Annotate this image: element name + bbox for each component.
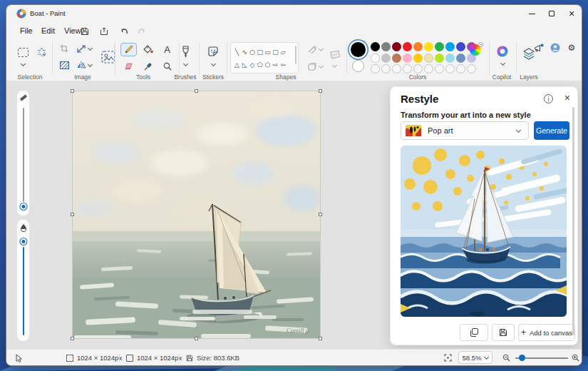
freeform-select-button[interactable] (33, 45, 49, 59)
opacity-slider-track[interactable] (23, 247, 24, 335)
image-creator-options-button[interactable] (331, 63, 338, 69)
palette-color-FFC90E[interactable] (413, 54, 423, 63)
opacity-slider-thumb[interactable] (20, 238, 26, 245)
menu-edit[interactable]: Edit (36, 24, 61, 37)
palette-color-3F48CC[interactable] (456, 42, 465, 51)
palette-color-FFDE17[interactable] (424, 42, 433, 51)
brushes-button[interactable] (176, 44, 195, 59)
text-tool-button[interactable]: A (159, 43, 175, 56)
save-result-button[interactable] (492, 324, 515, 341)
maximize-button[interactable] (542, 5, 562, 22)
resize-handle-nw[interactable] (71, 89, 74, 93)
zoom-slider-thumb[interactable] (519, 355, 525, 361)
zoom-level-dropdown[interactable]: 58.5% (458, 351, 492, 364)
palette-color-FF7F27[interactable] (413, 42, 423, 51)
shape-outline-button[interactable] (306, 44, 324, 55)
shape-arrow-down[interactable]: ⇩ (241, 73, 249, 74)
color-picker-tool-button[interactable] (140, 59, 156, 73)
shape-rounded-rectangle[interactable]: ▢ (272, 48, 279, 57)
shape-hexagon[interactable]: ⬡ (264, 61, 272, 70)
copy-result-button[interactable] (460, 324, 488, 341)
palette-color-FFAEC9[interactable] (403, 54, 412, 63)
shape-square[interactable]: □ (256, 48, 264, 57)
share-button[interactable] (97, 25, 111, 37)
shape-five-point-star[interactable]: ☆ (256, 73, 264, 74)
shape-fill-button[interactable] (306, 61, 324, 72)
shape-line[interactable]: ╲ (233, 48, 241, 57)
shape-curve[interactable]: ∿ (241, 48, 249, 57)
copilot-options-button[interactable] (499, 61, 506, 67)
palette-color-22B14C[interactable] (435, 42, 444, 51)
palette-empty-slot-3[interactable] (392, 64, 401, 73)
pencil-tool-button[interactable] (120, 43, 137, 56)
palette-color-B5E61D[interactable] (435, 54, 444, 63)
save-button[interactable] (78, 25, 92, 37)
restyle-preview-image[interactable] (401, 146, 567, 317)
size-slider-track[interactable] (23, 108, 24, 202)
undo-button[interactable] (117, 25, 131, 37)
magnifier-tool-button[interactable] (159, 59, 175, 73)
palette-color-00A2E8[interactable] (445, 42, 455, 51)
shape-triangle[interactable]: △ (233, 61, 241, 70)
palette-color-EFE4B0[interactable] (424, 54, 433, 63)
palette-empty-slot-9[interactable] (456, 64, 465, 73)
palette-empty-slot-6[interactable] (424, 64, 433, 73)
minimize-button[interactable] (522, 5, 542, 22)
eraser-tool-button[interactable] (120, 59, 137, 73)
resize-handle-ne[interactable] (319, 89, 322, 93)
resize-handle-n[interactable] (195, 89, 198, 93)
background-color-swatch[interactable] (352, 60, 364, 72)
menu-file[interactable]: File (14, 24, 38, 37)
shape-diamond[interactable]: ◇ (249, 61, 257, 70)
info-icon[interactable]: i (544, 94, 553, 103)
shape-oval[interactable]: ○ (249, 48, 257, 57)
close-button[interactable]: × (562, 5, 582, 22)
palette-color-880015[interactable] (392, 42, 401, 51)
shape-four-point-star[interactable]: ✧ (249, 73, 257, 74)
palette-empty-slot-10[interactable] (467, 64, 476, 73)
shape-right-triangle[interactable]: ◺ (241, 61, 249, 70)
panel-scrollbar[interactable] (572, 107, 574, 335)
shape-arrow-right[interactable]: ⇨ (272, 61, 279, 70)
zoom-out-button[interactable] (502, 350, 510, 366)
resize-handle-w[interactable] (71, 213, 74, 216)
palette-color-B97A57[interactable] (392, 54, 401, 63)
brush-opacity-slider[interactable] (16, 219, 30, 342)
image-creator-button[interactable] (326, 48, 343, 62)
palette-empty-slot-1[interactable] (371, 64, 380, 73)
stickers-button[interactable] (204, 44, 222, 59)
shape-six-point-star[interactable]: ✶ (264, 73, 272, 74)
title-bar[interactable]: Boat - Paint × (6, 5, 582, 22)
rectangle-select-button[interactable] (15, 45, 31, 59)
resize-handle-se[interactable] (319, 337, 322, 340)
resize-button[interactable] (75, 43, 93, 54)
shape-pentagon[interactable]: ⬠ (256, 61, 264, 70)
selection-options-button[interactable] (19, 62, 26, 68)
foreground-color-swatch[interactable] (351, 42, 366, 57)
size-slider-thumb[interactable] (20, 203, 26, 210)
style-dropdown[interactable]: Pop art (401, 121, 529, 140)
brushes-options-button[interactable] (182, 62, 189, 68)
panel-close-button[interactable]: × (564, 92, 570, 103)
crop-button[interactable] (58, 43, 71, 54)
palette-empty-slot-4[interactable] (403, 64, 412, 73)
shape-arrow-up[interactable]: ⇧ (233, 73, 241, 74)
flip-button[interactable] (75, 59, 93, 71)
resize-handle-s[interactable] (195, 337, 198, 340)
shape-arrow-left[interactable]: ⇦ (279, 61, 287, 70)
shapes-scrollbar[interactable] (295, 46, 296, 64)
palette-color-FFFFFF[interactable] (371, 54, 380, 63)
marquee-pattern-button[interactable] (58, 59, 71, 71)
resize-handle-sw[interactable] (71, 337, 74, 340)
palette-color-7092BE[interactable] (456, 54, 465, 63)
palette-color-C3C3C3[interactable] (381, 54, 391, 63)
palette-color-000000[interactable] (371, 42, 380, 51)
resize-handle-e[interactable] (319, 213, 322, 216)
edit-colors-button[interactable]: + (470, 44, 481, 56)
palette-empty-slot-5[interactable] (413, 64, 423, 73)
layers-button[interactable] (520, 46, 537, 61)
stickers-options-button[interactable] (210, 62, 217, 68)
palette-empty-slot-7[interactable] (435, 64, 444, 73)
fill-tool-button[interactable] (140, 43, 156, 56)
fit-to-screen-button[interactable] (444, 350, 452, 366)
